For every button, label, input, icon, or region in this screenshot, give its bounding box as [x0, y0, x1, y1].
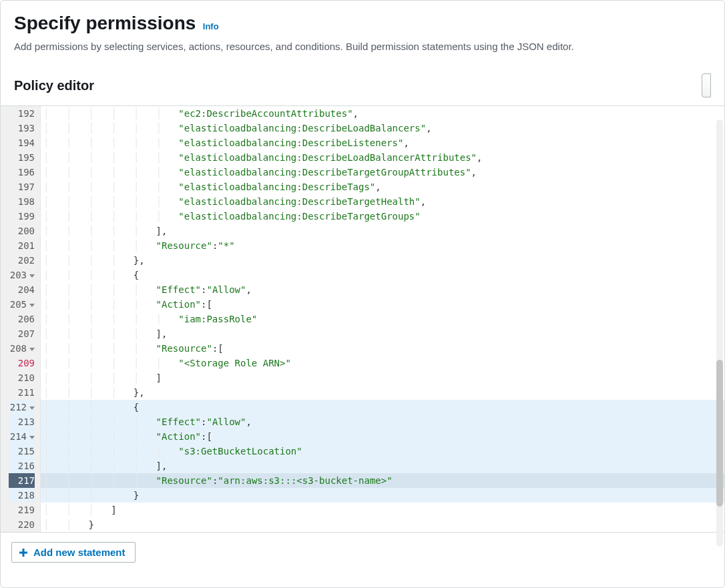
code-line[interactable]: │ │ │ │ { — [41, 400, 724, 414]
line-number: 216 — [9, 459, 35, 473]
plus-icon — [19, 548, 28, 557]
code-line[interactable]: │ │ │ │ │ │ "elasticloadbalancing:Descri… — [41, 121, 724, 135]
add-new-statement-button[interactable]: Add new statement — [11, 542, 136, 563]
line-number: 206 — [9, 312, 35, 326]
vertical-scrollbar[interactable] — [716, 119, 723, 547]
code-line[interactable]: │ │ │ │ │ │ "elasticloadbalancing:Descri… — [41, 135, 724, 150]
code-line[interactable]: │ │ │ │ │ "Resource":"*" — [41, 238, 724, 253]
code-line[interactable]: │ │ │ │ │ "Action":[ — [41, 429, 724, 444]
collapse-toggle-handle[interactable] — [702, 73, 711, 97]
code-content[interactable]: │ │ │ │ │ │ "ec2:DescribeAccountAttribut… — [41, 106, 724, 532]
line-number: 192 — [9, 106, 35, 121]
code-line[interactable]: │ │ │ │ │ │ "elasticloadbalancing:Descri… — [41, 180, 724, 194]
line-number: 209 — [9, 356, 35, 370]
line-number: 220 — [9, 517, 35, 532]
line-number: 199 — [9, 209, 35, 224]
line-number: 204 — [9, 282, 35, 297]
line-gutter: 1921931941951961971981992002012022032042… — [1, 106, 41, 532]
line-number: 196 — [9, 165, 35, 180]
code-line[interactable]: │ │ │ │ │ │ "elasticloadbalancing:Descri… — [41, 209, 724, 224]
page-title: Specify permissions — [14, 13, 196, 33]
code-line[interactable]: │ │ │ │ │ │ "elasticloadbalancing:Descri… — [41, 165, 724, 180]
line-number: 205 — [9, 297, 35, 312]
editor-footer: Add new statement — [1, 533, 724, 572]
line-number: 218 — [9, 488, 35, 503]
code-line[interactable]: │ │ │ │ │ ], — [41, 326, 724, 341]
line-number: 213 — [9, 414, 35, 429]
line-number: 195 — [9, 150, 35, 165]
code-line[interactable]: │ │ │ │ │ │ "ec2:DescribeAccountAttribut… — [41, 106, 724, 121]
line-number: 193 — [9, 121, 35, 135]
line-number: 194 — [9, 135, 35, 150]
code-line[interactable]: │ │ } — [41, 517, 724, 532]
code-line[interactable]: │ │ │ │ } — [41, 488, 724, 503]
line-number: 219 — [9, 503, 35, 517]
page-container: Specify permissions Info Add permissions… — [0, 0, 725, 588]
line-number: 208 — [9, 341, 35, 356]
scrollbar-thumb[interactable] — [716, 360, 723, 507]
line-number: 214 — [9, 429, 35, 444]
line-number: 202 — [9, 253, 35, 268]
code-line[interactable]: │ │ │ │ │ ], — [41, 459, 724, 473]
info-link[interactable]: Info — [203, 21, 219, 31]
line-number: 198 — [9, 194, 35, 209]
line-number: 203 — [9, 268, 35, 282]
code-line[interactable]: │ │ │ │ │ ], — [41, 224, 724, 238]
code-line[interactable]: │ │ │ │ │ │ "<Storage Role ARN>" — [41, 356, 724, 370]
title-row: Specify permissions Info — [14, 13, 711, 34]
header: Specify permissions Info Add permissions… — [1, 1, 724, 59]
line-number: 212 — [9, 400, 35, 414]
code-line[interactable]: │ │ │ │ │ "Resource":"arn:aws:s3:::<s3-b… — [41, 473, 724, 488]
code-area[interactable]: 1921931941951961971981992002012022032042… — [1, 106, 724, 532]
code-line[interactable]: │ │ │ │ │ "Effect":"Allow", — [41, 282, 724, 297]
line-number: 211 — [9, 385, 35, 400]
line-number: 210 — [9, 370, 35, 385]
policy-editor-title: Policy editor — [14, 78, 94, 93]
code-line[interactable]: │ │ │ │ │ "Effect":"Allow", — [41, 414, 724, 429]
code-line[interactable]: │ │ │ │ │ │ "elasticloadbalancing:Descri… — [41, 194, 724, 209]
code-line[interactable]: │ │ │ │ │ ] — [41, 370, 724, 385]
code-line[interactable]: │ │ │ │ }, — [41, 385, 724, 400]
code-line[interactable]: │ │ │ ] — [41, 503, 724, 517]
code-line[interactable]: │ │ │ │ │ │ "s3:GetBucketLocation" — [41, 444, 724, 459]
line-number: 200 — [9, 224, 35, 238]
line-number: 197 — [9, 180, 35, 194]
code-line[interactable]: │ │ │ │ │ "Resource":[ — [41, 341, 724, 356]
line-number: 201 — [9, 238, 35, 253]
line-number: 217 — [9, 473, 35, 488]
code-line[interactable]: │ │ │ │ │ "Action":[ — [41, 297, 724, 312]
code-line[interactable]: │ │ │ │ │ │ "iam:PassRole" — [41, 312, 724, 326]
add-new-statement-label: Add new statement — [33, 547, 126, 558]
line-number: 215 — [9, 444, 35, 459]
page-subtitle: Add permissions by selecting services, a… — [14, 41, 711, 52]
editor-panel: 1921931941951961971981992002012022032042… — [1, 105, 724, 533]
code-line[interactable]: │ │ │ │ │ │ "elasticloadbalancing:Descri… — [41, 150, 724, 165]
code-line[interactable]: │ │ │ │ { — [41, 268, 724, 282]
line-number: 207 — [9, 326, 35, 341]
policy-editor-bar: Policy editor — [1, 59, 724, 105]
code-line[interactable]: │ │ │ │ }, — [41, 253, 724, 268]
